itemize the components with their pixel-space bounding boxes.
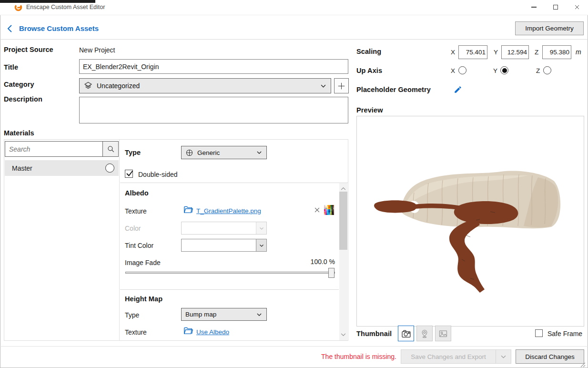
double-sided-checkbox[interactable] bbox=[125, 170, 133, 178]
title-input[interactable] bbox=[79, 59, 348, 74]
up-axis-label: Up Axis bbox=[356, 67, 382, 74]
materials-split-divider bbox=[119, 139, 120, 341]
material-search-input[interactable] bbox=[5, 142, 102, 156]
toolbar-divider bbox=[0, 39, 588, 40]
use-albedo-link[interactable]: Use Albedo bbox=[196, 328, 229, 336]
clear-texture-icon[interactable] bbox=[314, 206, 321, 215]
browse-custom-assets-link[interactable]: Browse Custom Assets bbox=[19, 24, 99, 32]
scroll-thumb[interactable] bbox=[339, 192, 347, 250]
enscape-custom-asset-editor-window: Enscape Custom Asset Editor Browse Custo… bbox=[0, 0, 588, 368]
background-window-artifact bbox=[0, 0, 95, 3]
tint-color-label: Tint Color bbox=[125, 242, 153, 249]
tint-color-combo[interactable] bbox=[181, 239, 267, 252]
material-scrollbar[interactable] bbox=[339, 183, 347, 340]
generic-sphere-icon bbox=[185, 149, 193, 157]
category-dropdown[interactable]: Uncategorized bbox=[79, 78, 331, 93]
height-map-type-label: Type bbox=[125, 311, 139, 319]
scaling-y-input[interactable] bbox=[501, 45, 529, 59]
safe-frame-checkbox[interactable] bbox=[535, 329, 543, 337]
thumbnail-image-button bbox=[435, 326, 451, 341]
preview-viewport[interactable] bbox=[356, 116, 584, 327]
window-title: Enscape Custom Asset Editor bbox=[26, 4, 105, 10]
category-value: Uncategorized bbox=[97, 82, 316, 90]
up-axis-y-radio[interactable] bbox=[500, 66, 508, 74]
image-fade-slider-handle[interactable] bbox=[328, 268, 335, 278]
enscape-logo-icon bbox=[14, 3, 22, 11]
category-label: Category bbox=[4, 81, 34, 88]
material-list-item-master[interactable]: Master bbox=[5, 160, 119, 176]
scaling-label: Scaling bbox=[356, 48, 381, 55]
material-search-box bbox=[5, 141, 119, 157]
materials-heading: Materials bbox=[4, 129, 34, 137]
image-icon bbox=[438, 329, 448, 338]
material-type-dropdown[interactable]: Generic bbox=[181, 146, 267, 159]
folder-icon[interactable] bbox=[183, 327, 193, 337]
image-fade-slider[interactable] bbox=[125, 272, 335, 274]
minimize-button[interactable] bbox=[523, 0, 544, 14]
safe-frame-label: Safe Frame bbox=[547, 330, 582, 337]
material-preview-sphere bbox=[105, 164, 114, 173]
albedo-heading: Albedo bbox=[125, 189, 149, 197]
thumbnail-label: Thumbnail bbox=[356, 330, 392, 337]
search-button[interactable] bbox=[102, 142, 118, 156]
props-divider bbox=[120, 183, 348, 183]
camera-icon bbox=[401, 329, 411, 338]
thumbnail-location-button bbox=[416, 326, 433, 341]
albedo-color-label: Color bbox=[125, 225, 141, 232]
height-map-heading: Height Map bbox=[125, 295, 162, 303]
back-chevron-icon[interactable] bbox=[6, 24, 14, 33]
edit-pencil-icon[interactable] bbox=[454, 85, 462, 96]
scaling-unit: m bbox=[576, 48, 581, 56]
scaling-x-input[interactable] bbox=[458, 45, 487, 59]
scaling-z-input[interactable] bbox=[542, 45, 571, 59]
folder-icon[interactable] bbox=[183, 205, 193, 216]
plus-icon bbox=[337, 82, 346, 91]
resize-grip[interactable] bbox=[580, 361, 586, 368]
maximize-button[interactable] bbox=[545, 0, 566, 14]
title-label: Title bbox=[4, 63, 18, 71]
discard-changes-button[interactable]: Discard Changes bbox=[516, 349, 584, 364]
save-options-dropdown-button[interactable] bbox=[496, 349, 511, 364]
save-changes-button: Save Changes and Export bbox=[401, 349, 496, 364]
up-axis-x-radio[interactable] bbox=[458, 66, 466, 74]
chevron-down-icon bbox=[256, 149, 263, 156]
preview-label: Preview bbox=[356, 106, 383, 114]
thumbnail-missing-warning: The thumbnail is missing. bbox=[267, 353, 396, 360]
albedo-texture-link[interactable]: T_GradientPalette.png bbox=[196, 207, 261, 215]
chevron-down-icon[interactable] bbox=[256, 239, 266, 251]
chevron-down-icon bbox=[256, 222, 266, 234]
footer-divider bbox=[0, 346, 588, 347]
up-axis-x-label: X bbox=[451, 67, 455, 74]
up-axis-y-label: Y bbox=[493, 67, 497, 74]
material-type-value: Generic bbox=[197, 149, 252, 156]
scaling-y-label: Y bbox=[494, 49, 498, 56]
scaling-z-label: Z bbox=[535, 49, 538, 56]
placeholder-geometry-label: Placeholder Geometry bbox=[356, 86, 431, 93]
scaling-x-label: X bbox=[451, 49, 455, 56]
height-map-texture-label: Texture bbox=[125, 328, 147, 336]
material-type-label: Type bbox=[125, 149, 141, 156]
description-label: Description bbox=[4, 95, 42, 103]
location-pin-icon bbox=[420, 329, 429, 338]
description-textarea[interactable] bbox=[79, 97, 348, 123]
add-category-button[interactable] bbox=[334, 78, 349, 93]
texture-thumbnail[interactable] bbox=[324, 205, 334, 215]
albedo-texture-label: Texture bbox=[125, 207, 147, 215]
up-axis-z-radio[interactable] bbox=[543, 66, 551, 74]
height-map-type-dropdown[interactable]: Bump map bbox=[181, 308, 267, 321]
albedo-heightmap-divider bbox=[120, 289, 339, 290]
scroll-down-icon[interactable] bbox=[340, 330, 346, 339]
thumbnail-camera-button[interactable] bbox=[398, 326, 414, 341]
image-fade-label: Image Fade bbox=[125, 259, 161, 266]
project-source-value: New Project bbox=[79, 46, 115, 54]
albedo-color-combo bbox=[181, 222, 267, 235]
material-name: Master bbox=[5, 164, 32, 172]
import-geometry-button[interactable]: Import Geometry bbox=[515, 21, 584, 35]
close-button[interactable] bbox=[567, 0, 588, 14]
double-sided-label: Double-sided bbox=[138, 171, 178, 178]
preview-render bbox=[357, 116, 584, 326]
project-source-label: Project Source bbox=[4, 46, 53, 53]
search-icon bbox=[107, 145, 115, 153]
chevron-down-icon bbox=[500, 353, 507, 360]
up-axis-z-label: Z bbox=[536, 67, 540, 74]
